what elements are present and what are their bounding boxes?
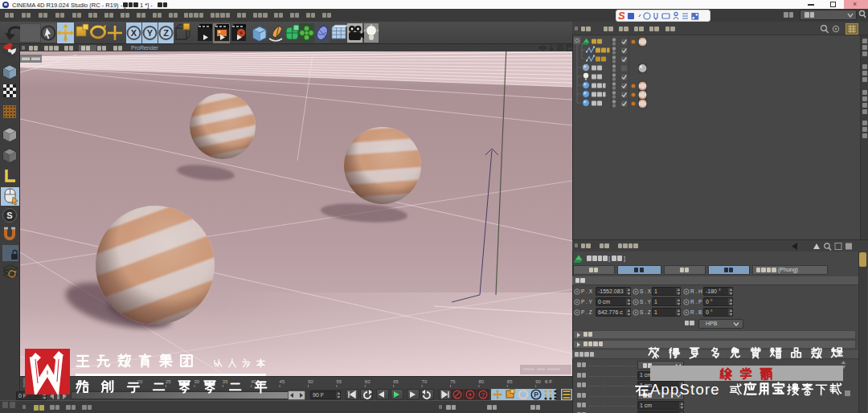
svg-text:Y: Y: [147, 28, 154, 38]
svg-text:55: 55: [336, 379, 342, 384]
svg-text:6 F: 6 F: [545, 378, 552, 384]
svg-text:60: 60: [365, 379, 371, 384]
svg-text:X: X: [131, 28, 137, 38]
svg-text:70: 70: [422, 379, 428, 384]
svg-text:75: 75: [450, 379, 456, 384]
svg-text:90: 90: [535, 379, 541, 384]
svg-text:85: 85: [507, 379, 513, 384]
svg-text:P: P: [534, 391, 538, 399]
svg-text:?: ?: [481, 391, 485, 399]
svg-text:65: 65: [393, 379, 399, 384]
svg-text:80: 80: [478, 379, 484, 384]
svg-text:50: 50: [308, 379, 313, 384]
svg-text:Z: Z: [163, 28, 169, 38]
svg-text:S: S: [6, 211, 12, 220]
